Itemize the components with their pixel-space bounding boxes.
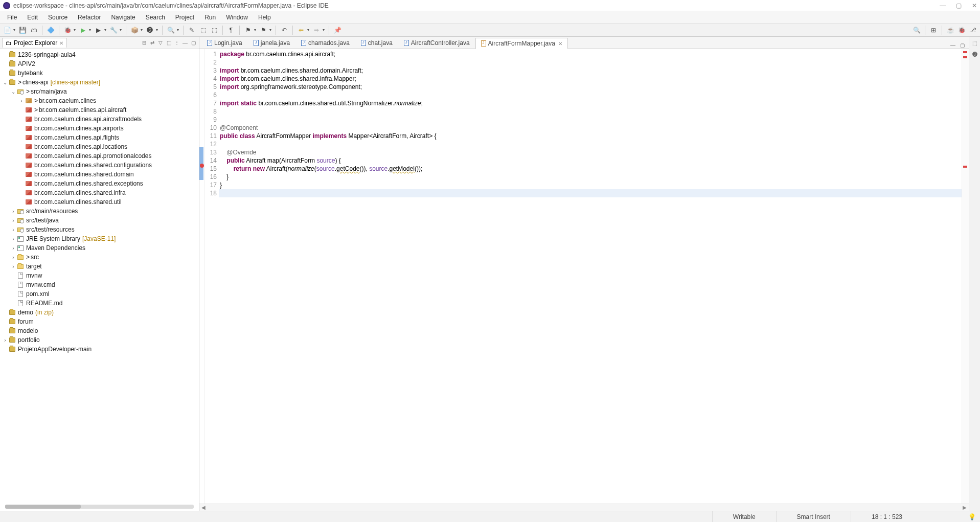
code-editor[interactable]: package br.com.caelum.clines.api.aircraf…	[219, 49, 962, 504]
code-line[interactable]	[219, 116, 962, 124]
menu-search[interactable]: Search	[142, 13, 169, 22]
back-icon[interactable]: ⬅	[297, 26, 305, 34]
tree-item[interactable]: br.com.caelum.clines.shared.infra	[0, 188, 199, 197]
tree-item[interactable]: ⌄>src/main/java	[0, 87, 199, 96]
tree-item[interactable]: ›JRE System Library [JavaSE-11]	[0, 234, 199, 243]
menu-refactor[interactable]: Refactor	[74, 13, 105, 22]
tree-item[interactable]: ›Maven Dependencies	[0, 243, 199, 253]
code-line[interactable]: }	[219, 173, 962, 181]
close-icon[interactable]: ✕	[59, 40, 63, 46]
code-line[interactable]	[219, 189, 962, 197]
editor-tab[interactable]: chat.java	[355, 37, 398, 49]
tree-item[interactable]: ›src/test/resources	[0, 225, 199, 234]
code-line[interactable]: }	[219, 181, 962, 189]
code-line[interactable]: import static br.com.caelum.clines.share…	[219, 99, 962, 107]
tree-item[interactable]: br.com.caelum.clines.shared.util	[0, 197, 199, 207]
new-class-icon[interactable]: 🅒	[146, 26, 154, 34]
tree-item[interactable]: ›target	[0, 262, 199, 271]
debug-icon[interactable]: 🐞	[63, 26, 72, 34]
menu-source[interactable]: Source	[44, 13, 72, 22]
minimize-view-icon[interactable]: —	[181, 39, 189, 47]
new-package-icon[interactable]: 📦	[130, 26, 139, 34]
toggle-comment-icon[interactable]: ⬚	[199, 26, 207, 34]
menu-help[interactable]: Help	[254, 13, 275, 22]
code-line[interactable]: return new Aircraft(normalize(source.get…	[219, 165, 962, 173]
tree-item[interactable]: ›src/main/resources	[0, 207, 199, 216]
java-perspective-icon[interactable]: ☕	[946, 26, 954, 34]
new-icon[interactable]: 📄	[3, 26, 11, 34]
expand-closed-icon[interactable]: ›	[10, 264, 16, 269]
tree-item[interactable]: mvnw.cmd	[0, 280, 199, 289]
tree-item[interactable]: br.com.caelum.clines.api.airports	[0, 124, 199, 133]
expand-closed-icon[interactable]: ›	[10, 218, 16, 223]
dropdown-icon[interactable]: ▾	[254, 28, 256, 32]
expand-open-icon[interactable]: ⌄	[2, 80, 8, 85]
annotation-gutter[interactable]	[199, 49, 204, 504]
dropdown-icon[interactable]: ▾	[141, 28, 143, 32]
code-line[interactable]: import br.com.caelum.clines.shared.infra…	[219, 75, 962, 83]
tree-item[interactable]: README.md	[0, 299, 199, 308]
maximize-button[interactable]: ▢	[956, 2, 962, 9]
overview-ruler[interactable]	[962, 49, 969, 504]
code-line[interactable]: package br.com.caelum.clines.api.aircraf…	[219, 50, 962, 58]
tree-item[interactable]: br.com.caelum.clines.api.flights	[0, 133, 199, 142]
horizontal-scrollbar[interactable]	[5, 505, 194, 509]
editor-tab[interactable]: Login.java	[201, 37, 248, 49]
code-line[interactable]: public Aircraft map(AircraftForm source)…	[219, 156, 962, 165]
save-icon[interactable]: 💾	[18, 26, 27, 34]
external-tools-icon[interactable]: 🔧	[109, 26, 118, 34]
tree-item[interactable]: ›portfolio	[0, 335, 199, 345]
scroll-right-icon[interactable]: ▶	[963, 505, 967, 510]
tree-item[interactable]: br.com.caelum.clines.api.locations	[0, 142, 199, 151]
git-perspective-icon[interactable]: ⎇	[969, 26, 977, 34]
tree-item[interactable]: br.com.caelum.clines.api.aircraftmodels	[0, 115, 199, 124]
tree-item[interactable]: br.com.caelum.clines.api.promotionalcode…	[0, 151, 199, 161]
expand-closed-icon[interactable]: ›	[10, 227, 16, 233]
view-menu-icon[interactable]: ⋮	[173, 39, 180, 47]
menu-file[interactable]: File	[3, 13, 21, 22]
tree-item[interactable]: ⌄>clines-api [clines-api master]	[0, 78, 199, 87]
block-icon[interactable]: ⬚	[210, 26, 218, 34]
minimize-editor-icon[interactable]: —	[949, 41, 956, 49]
maximize-view-icon[interactable]: ▢	[190, 39, 197, 47]
menu-window[interactable]: Window	[222, 13, 252, 22]
tree-item[interactable]: mvnw	[0, 271, 199, 280]
open-perspective-icon[interactable]: ⊞	[929, 26, 938, 34]
tree-item[interactable]: 1236-springapi-aula4	[0, 50, 199, 59]
editor-tab[interactable]: janela.java	[248, 37, 295, 49]
collapse-all-icon[interactable]: ⊟	[141, 39, 148, 47]
tree-item[interactable]: ProjetoAppDeveloper-main	[0, 345, 199, 354]
editor-tab[interactable]: AircraftFormMapper.java✕	[475, 38, 568, 49]
dropdown-icon[interactable]: ▾	[323, 28, 325, 32]
close-icon[interactable]: ✕	[558, 41, 562, 47]
dropdown-icon[interactable]: ▾	[307, 28, 309, 32]
line-number-gutter[interactable]: 123456789101112131415161718	[204, 49, 219, 504]
code-line[interactable]	[219, 58, 962, 66]
open-type-icon[interactable]: 🔷	[47, 26, 55, 34]
tree-item[interactable]: bytebank	[0, 69, 199, 78]
expand-closed-icon[interactable]: ›	[10, 209, 16, 214]
quick-access-icon[interactable]: 🔍	[913, 26, 921, 34]
scroll-left-icon[interactable]: ◀	[201, 505, 206, 510]
run-icon[interactable]: ▶	[79, 26, 87, 34]
menu-navigate[interactable]: Navigate	[107, 13, 139, 22]
dropdown-icon[interactable]: ▾	[156, 28, 158, 32]
tree-item[interactable]: demo (in zip)	[0, 308, 199, 317]
dropdown-icon[interactable]: ▾	[269, 28, 271, 32]
close-button[interactable]: ✕	[972, 2, 977, 9]
menu-project[interactable]: Project	[171, 13, 198, 22]
restore-icon[interactable]: ⬚	[971, 39, 979, 47]
tree-item[interactable]: ›>src	[0, 253, 199, 262]
expand-open-icon[interactable]: ⌄	[10, 89, 16, 95]
wand-icon[interactable]: ✎	[188, 26, 196, 34]
code-line[interactable]	[219, 107, 962, 116]
code-line[interactable]: @Component	[219, 124, 962, 132]
save-all-icon[interactable]: 🗃	[30, 26, 38, 34]
tip-icon[interactable]: 💡	[968, 513, 976, 520]
expand-closed-icon[interactable]: ›	[2, 337, 8, 343]
next-annotation-icon[interactable]: ⚑	[244, 26, 252, 34]
tree-item[interactable]: br.com.caelum.clines.shared.configuratio…	[0, 161, 199, 170]
search-icon[interactable]: 🔍	[167, 26, 175, 34]
tree-item[interactable]: modelo	[0, 326, 199, 335]
tree-item[interactable]: >br.com.caelum.clines.api.aircraft	[0, 105, 199, 115]
